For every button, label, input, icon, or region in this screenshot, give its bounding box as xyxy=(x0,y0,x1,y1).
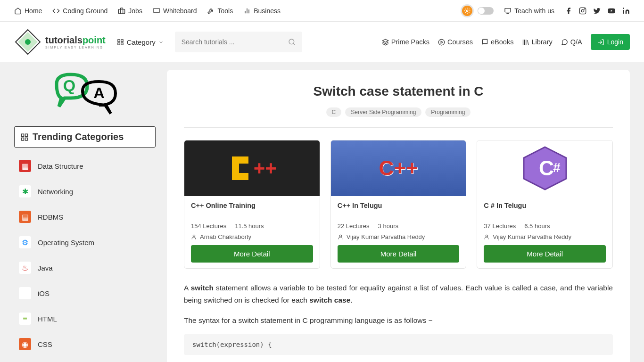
tag[interactable]: Programming xyxy=(425,107,471,117)
category-label: Operating System xyxy=(38,239,94,247)
person-icon xyxy=(484,234,490,240)
more-detail-button[interactable]: More Detail xyxy=(191,245,313,263)
course-thumbnail[interactable]: ++ xyxy=(184,140,320,196)
course-card: ++ C++ Online Training 154 Lectures11.5 … xyxy=(184,140,320,269)
top-business-label: Business xyxy=(254,7,281,15)
course-thumbnail[interactable]: C# xyxy=(477,140,612,196)
login-icon xyxy=(597,39,604,46)
category-list: ▦Data Structure✱Networking▤RDBMS⚙Operati… xyxy=(14,153,156,357)
author-name: Vijay Kumar Parvatha Reddy xyxy=(493,233,606,240)
logo-text: tutorialspoint SIMPLY EASY LEARNING xyxy=(45,35,106,49)
svg-rect-16 xyxy=(118,42,120,44)
teach-link[interactable]: Teach with us xyxy=(504,7,554,15)
svg-point-18 xyxy=(289,39,294,44)
category-icon: ⚙ xyxy=(19,236,31,248)
category-label: HTML xyxy=(38,315,57,323)
theme-toggle[interactable] xyxy=(461,4,494,17)
category-icon: ✱ xyxy=(19,185,31,197)
top-tools[interactable]: Tools xyxy=(207,7,233,15)
nav-courses[interactable]: Courses xyxy=(438,38,473,46)
login-button[interactable]: Login xyxy=(591,34,630,50)
tag-row: CServer Side ProgrammingProgramming xyxy=(184,107,613,117)
youtube-icon[interactable] xyxy=(607,7,616,15)
course-thumbnail[interactable]: C++ xyxy=(331,140,466,196)
svg-marker-21 xyxy=(441,41,443,43)
category-item[interactable]: ◉CSS xyxy=(14,331,156,357)
category-label: Data Structure xyxy=(38,162,83,170)
play-circle-icon xyxy=(438,39,445,46)
hours-count: 3 hours xyxy=(378,222,398,230)
logo-tagline: SIMPLY EASY LEARNING xyxy=(45,46,106,49)
lectures-count: 22 Lectures xyxy=(338,222,370,230)
category-item[interactable]: iOS xyxy=(14,280,156,306)
svg-rect-28 xyxy=(21,134,24,136)
linkedin-icon[interactable] xyxy=(622,7,630,15)
svg-rect-30 xyxy=(21,138,24,140)
course-card: C# C # In Telugu 37 Lectures6.5 hours Vi… xyxy=(477,140,613,269)
svg-point-13 xyxy=(25,39,31,45)
search-input[interactable] xyxy=(182,38,288,46)
divider xyxy=(184,127,613,128)
hours-count: 6.5 hours xyxy=(524,222,550,230)
tag[interactable]: C xyxy=(326,107,342,117)
person-icon xyxy=(191,234,197,240)
chevron-down-icon xyxy=(158,40,164,45)
top-tools-label: Tools xyxy=(217,7,233,15)
logo[interactable]: tutorialspoint SIMPLY EASY LEARNING xyxy=(14,28,106,56)
nav-library-label: Library xyxy=(531,38,552,46)
svg-rect-31 xyxy=(25,138,28,140)
top-business[interactable]: Business xyxy=(243,7,281,15)
paragraph-2: The syntax for a switch statement in C p… xyxy=(184,314,613,327)
top-home[interactable]: Home xyxy=(14,7,42,15)
lectures-count: 37 Lectures xyxy=(484,222,516,230)
svg-text:Q: Q xyxy=(63,76,75,94)
svg-rect-17 xyxy=(121,42,123,44)
category-icon: ▤ xyxy=(19,211,31,223)
twitter-icon[interactable] xyxy=(593,7,601,15)
svg-line-19 xyxy=(293,43,295,45)
course-meta: 37 Lectures6.5 hours xyxy=(484,222,606,230)
course-title: C++ In Telugu xyxy=(338,202,460,209)
category-item[interactable]: ▦Data Structure xyxy=(14,153,156,179)
nav-qa[interactable]: Q/A xyxy=(561,38,582,46)
category-icon: ≡ xyxy=(19,313,31,325)
category-dropdown[interactable]: Category xyxy=(117,38,164,46)
p1-bold1: switch xyxy=(191,284,214,292)
svg-point-9 xyxy=(581,9,584,12)
category-item[interactable]: ♨Java xyxy=(14,255,156,280)
lectures-count: 154 Lectures xyxy=(191,222,226,230)
svg-rect-0 xyxy=(119,9,125,13)
top-jobs[interactable]: Jobs xyxy=(118,7,142,15)
more-detail-button[interactable]: More Detail xyxy=(338,245,460,263)
top-whiteboard-label: Whiteboard xyxy=(163,7,197,15)
more-detail-button[interactable]: More Detail xyxy=(484,245,606,263)
login-label: Login xyxy=(607,38,623,46)
p1-post: . xyxy=(350,296,352,304)
chat-icon xyxy=(561,39,568,46)
person-icon xyxy=(338,234,344,240)
top-coding[interactable]: Coding Ground xyxy=(52,7,107,15)
instagram-icon[interactable] xyxy=(579,7,586,15)
category-item[interactable]: ⚙Operating System xyxy=(14,230,156,255)
nav-ebooks[interactable]: eBooks xyxy=(481,38,513,46)
grid-icon xyxy=(20,133,29,141)
toggle-track xyxy=(478,7,494,15)
search-box[interactable] xyxy=(175,32,302,52)
author-name: Arnab Chakraborty xyxy=(200,233,313,240)
category-item[interactable]: ≡HTML xyxy=(14,306,156,331)
search-icon[interactable] xyxy=(288,38,296,46)
category-item[interactable]: ✱Networking xyxy=(14,179,156,204)
nav-library[interactable]: Library xyxy=(522,38,552,46)
hours-count: 11.5 hours xyxy=(235,222,264,230)
top-whiteboard[interactable]: Whiteboard xyxy=(153,7,197,15)
tools-icon xyxy=(207,7,215,15)
topbar: Home Coding Ground Jobs Whiteboard Tools… xyxy=(0,0,644,22)
category-item[interactable]: ▤RDBMS xyxy=(14,204,156,230)
nav-prime-packs[interactable]: Prime Packs xyxy=(382,38,429,46)
category-icon: ▦ xyxy=(19,160,31,172)
facebook-icon[interactable] xyxy=(565,7,572,15)
topbar-left: Home Coding Ground Jobs Whiteboard Tools… xyxy=(14,7,281,15)
tag[interactable]: Server Side Programming xyxy=(345,107,421,117)
category-icon xyxy=(19,287,31,299)
sidebar: Q A Trending Categories ▦Data Structure✱… xyxy=(14,70,156,357)
